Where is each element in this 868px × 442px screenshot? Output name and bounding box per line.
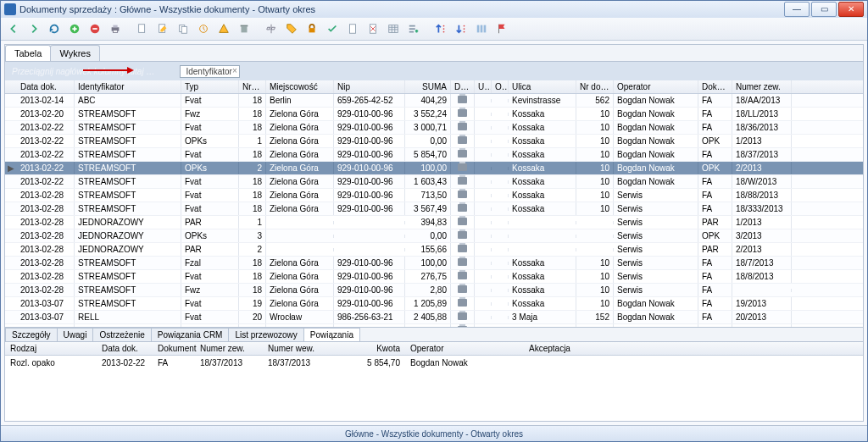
svg-rect-15 <box>389 25 398 33</box>
col-typ[interactable]: Typ <box>181 80 239 93</box>
minimize-button[interactable]: — <box>784 2 810 17</box>
col-nz[interactable]: Numer zew. <box>732 80 792 93</box>
tag-icon[interactable] <box>282 19 301 38</box>
print-icon[interactable] <box>106 19 125 38</box>
dtab-ostrzezenie[interactable]: Ostrzeżenie <box>92 328 151 341</box>
col-ost[interactable]: Ost. <box>492 80 509 93</box>
dcol-ak[interactable]: Akceptacja <box>524 342 592 355</box>
group-bar[interactable]: Przeciągnij nagłówek kolumny tutaj … Ide… <box>5 62 863 80</box>
dcol-nz[interactable]: Numer zew. <box>195 342 263 355</box>
table-row[interactable]: 2013-02-28JEDNORAZOWYOPKs30,00SerwisOPK3… <box>5 229 863 243</box>
col-uwa[interactable]: Uwa <box>475 80 492 93</box>
maximize-button[interactable]: ▭ <box>811 2 837 17</box>
balance-icon[interactable] <box>262 19 281 38</box>
detail-row[interactable]: Rozl. opako 2013-02-22 FA 18/37/2013 18/… <box>5 356 863 370</box>
svg-point-18 <box>443 31 445 33</box>
dcol-nw[interactable]: Numer wew. <box>263 342 348 355</box>
table-row[interactable]: 2013-02-28STREAMSOFTFzal18Zielona Góra92… <box>5 257 863 270</box>
table-row[interactable]: 2013-02-28STREAMSOFTFwz18Zielona Góra929… <box>5 284 863 297</box>
check-icon[interactable] <box>323 19 342 38</box>
table-row[interactable]: 2013-02-22STREAMSOFTOPKs1Zielona Góra929… <box>5 135 863 148</box>
table-row[interactable]: 2013-02-28STREAMSOFTFvat18Zielona Góra92… <box>5 189 863 202</box>
col-nr[interactable]: Nr dok. <box>239 80 266 93</box>
table-row[interactable]: 2013-02-28STREAMSOFTFvat18Zielona Góra92… <box>5 202 863 216</box>
svg-rect-22 <box>477 25 480 33</box>
table-row[interactable]: 2013-02-22STREAMSOFTFvat18Zielona Góra92… <box>5 121 863 135</box>
dcol-data[interactable]: Data dok. <box>97 342 153 355</box>
table-row[interactable]: 2013-03-07STREAMSOFTFvat19Zielona Góra92… <box>5 297 863 311</box>
edit-doc-icon[interactable] <box>153 19 172 38</box>
refresh-icon[interactable] <box>45 19 64 38</box>
table-row[interactable]: 2013-02-28JEDNORAZOWYPAR1394,83SerwisPAR… <box>5 216 863 229</box>
svg-rect-4 <box>113 30 117 33</box>
col-data[interactable]: Data dok. <box>17 80 75 93</box>
dtab-list[interactable]: List przewozowy <box>228 328 303 341</box>
close-doc-icon[interactable] <box>364 19 382 38</box>
content-area: Tabela Wykres Przeciągnij nagłówek kolum… <box>4 44 864 422</box>
printed-icon <box>458 245 467 252</box>
sort-asc-icon[interactable] <box>431 19 450 38</box>
dcol-kwota[interactable]: Kwota <box>348 342 405 355</box>
history-icon[interactable] <box>194 19 213 38</box>
col-druk[interactable]: Druko <box>451 80 475 93</box>
printed-icon <box>458 163 467 171</box>
svg-rect-3 <box>113 25 117 28</box>
table-row[interactable]: 2013-03-07RELLFvat20Wrocław986-256-63-21… <box>5 311 863 324</box>
col-miej[interactable]: Miejscowość <box>266 80 334 93</box>
sort-desc-icon[interactable] <box>452 19 470 38</box>
col-op[interactable]: Operator <box>614 80 698 93</box>
close-button[interactable]: ✕ <box>838 2 864 17</box>
col-nip[interactable]: Nip <box>334 80 405 93</box>
svg-point-21 <box>464 31 465 33</box>
warn-icon[interactable] <box>214 19 233 38</box>
group-chip[interactable]: Identyfikator <box>180 65 239 78</box>
add-icon[interactable] <box>65 19 84 38</box>
col-id[interactable]: Identyfikator <box>75 80 181 93</box>
svg-rect-5 <box>139 25 145 33</box>
printed-icon <box>458 231 467 239</box>
copy-icon[interactable] <box>174 19 192 38</box>
table-row[interactable]: 2013-02-28STREAMSOFTFvat18Zielona Góra92… <box>5 270 863 284</box>
dcol-dok[interactable]: Dokument <box>153 342 195 355</box>
columns-icon[interactable] <box>472 19 491 38</box>
new-doc-icon[interactable] <box>133 19 152 38</box>
page-icon[interactable] <box>343 19 362 38</box>
dtab-uwagi[interactable]: Uwagi <box>57 328 94 341</box>
table-row[interactable]: 2013-02-20STREAMSOFTFwz18Zielona Góra929… <box>5 108 863 121</box>
svg-rect-24 <box>484 25 487 33</box>
grid-icon[interactable] <box>384 19 403 38</box>
trash-icon[interactable] <box>235 19 253 38</box>
printed-icon <box>458 109 467 117</box>
col-suma[interactable]: SUMA <box>405 80 451 93</box>
col-dok[interactable]: Dokument <box>698 80 732 93</box>
table-row[interactable]: ▶2013-02-22STREAMSOFTOPKs2Zielona Góra92… <box>5 162 863 175</box>
col-nrd[interactable]: Nr domu <box>576 80 614 93</box>
dcol-rodzaj[interactable]: Rodzaj <box>5 342 97 355</box>
delete-icon[interactable] <box>86 19 104 38</box>
lock-icon[interactable] <box>303 19 321 38</box>
status-bar: Główne - Wszystkie dokumenty - Otwarty o… <box>1 425 867 441</box>
forward-icon[interactable] <box>25 19 43 38</box>
list-plus-icon[interactable] <box>404 19 423 38</box>
flag-icon[interactable] <box>492 19 511 38</box>
col-ul[interactable]: Ulica <box>509 80 576 93</box>
dcol-op[interactable]: Operator <box>405 342 524 355</box>
printed-icon <box>458 191 467 198</box>
table-row[interactable]: 2013-02-28JEDNORAZOWYPAR2155,66SerwisPAR… <box>5 243 863 257</box>
tab-wykres[interactable]: Wykres <box>50 45 100 61</box>
titlebar: Dokumenty sprzedaży : Główne - Wszystkie… <box>1 1 867 18</box>
table-row[interactable]: 2013-02-22STREAMSOFTFvat18Zielona Góra92… <box>5 175 863 189</box>
dtab-crm[interactable]: Powiązania CRM <box>151 328 230 341</box>
svg-rect-8 <box>181 26 186 33</box>
back-icon[interactable] <box>4 19 23 38</box>
dtab-szczegoly[interactable]: Szczegóły <box>5 328 58 341</box>
grid-body[interactable]: 2013-02-14ABCFvat18Berlin659-265-42-5240… <box>5 94 863 327</box>
printed-icon <box>458 136 467 144</box>
table-row[interactable]: 2013-02-22STREAMSOFTFvat18Zielona Góra92… <box>5 148 863 162</box>
table-row[interactable]: 2013-02-14ABCFvat18Berlin659-265-42-5240… <box>5 94 863 108</box>
tab-tabela[interactable]: Tabela <box>5 45 51 61</box>
svg-rect-10 <box>242 26 248 32</box>
dtab-powiazania[interactable]: Powiązania <box>303 328 360 341</box>
printed-icon <box>458 272 467 279</box>
svg-point-19 <box>464 25 465 27</box>
